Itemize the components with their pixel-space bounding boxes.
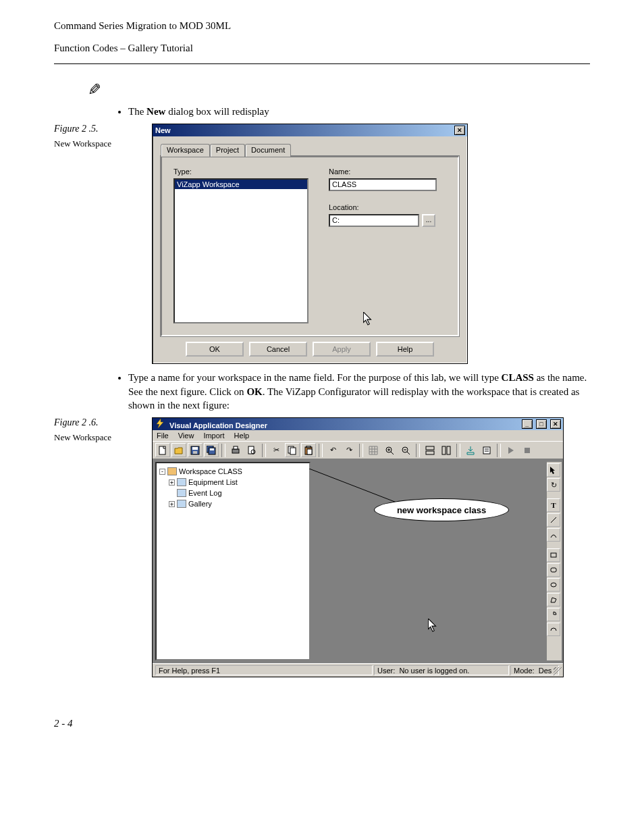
canvas-area[interactable]: new workspace class <box>313 462 544 660</box>
bullet-item: The New dialog box will redisplay <box>128 105 590 118</box>
run-icon[interactable] <box>504 443 518 457</box>
zoom-out-icon[interactable] <box>398 443 413 457</box>
svg-rect-16 <box>307 449 312 454</box>
location-field[interactable]: C: <box>329 214 419 227</box>
tab-project[interactable]: Project <box>210 144 245 157</box>
workspace-icon <box>167 467 177 475</box>
tree-node[interactable]: + Equipment List <box>159 477 306 488</box>
type-label: Type: <box>173 167 308 176</box>
redo-icon[interactable]: ↷ <box>342 443 356 457</box>
doc-icon <box>177 489 186 497</box>
expand-icon[interactable]: + <box>169 501 175 507</box>
browse-button[interactable]: ... <box>422 214 435 227</box>
text-tool-icon[interactable]: T <box>547 498 560 512</box>
app-icon <box>155 419 165 428</box>
menu-bar: File View Import Help <box>153 430 563 441</box>
menu-view[interactable]: View <box>178 432 194 440</box>
svg-rect-3 <box>192 447 198 450</box>
tree-node[interactable]: + Gallery <box>159 498 306 509</box>
svg-rect-1 <box>159 446 165 454</box>
apply-button: Apply <box>313 342 371 357</box>
tab-document[interactable]: Document <box>245 144 291 157</box>
svg-marker-0 <box>157 419 163 428</box>
ok-button[interactable]: OK <box>186 342 244 357</box>
tile-vertical-icon[interactable] <box>439 443 454 457</box>
tree-label: Equipment List <box>188 478 238 486</box>
tree-root[interactable]: - Workspace CLASS <box>159 466 306 477</box>
pencil-icon: ✎ <box>88 80 101 99</box>
name-label: Name: <box>329 167 446 176</box>
ellipse-tool-icon[interactable] <box>547 578 560 592</box>
figure-caption: New Workspace <box>54 432 152 443</box>
help-button[interactable]: Help <box>376 342 434 357</box>
menu-file[interactable]: File <box>157 432 169 440</box>
figure-number: Figure 2 .5. <box>54 124 152 134</box>
tile-horizontal-icon[interactable] <box>423 443 437 457</box>
doc-header-subtitle: Function Codes – Gallery Tutorial <box>54 43 590 54</box>
polygon-tool-icon[interactable] <box>547 593 560 606</box>
svg-line-18 <box>391 452 394 454</box>
tree-label: Gallery <box>188 500 212 508</box>
print-icon[interactable] <box>228 443 243 457</box>
paste-icon[interactable] <box>301 443 316 457</box>
chord-tool-icon[interactable] <box>547 623 560 636</box>
expand-icon[interactable]: + <box>169 479 175 486</box>
doc-header-title: Command Series Migration to MOD 30ML <box>54 20 590 32</box>
save-icon[interactable] <box>188 443 203 457</box>
stop-icon[interactable] <box>520 443 535 457</box>
svg-line-22 <box>407 452 410 454</box>
status-mode: Mode: Des <box>510 665 559 675</box>
minimize-icon[interactable]: _ <box>522 419 533 429</box>
cut-icon[interactable]: ✂ <box>269 443 284 457</box>
pointer-tool-icon[interactable] <box>547 463 560 477</box>
type-list-item[interactable]: ViZapp Workspace <box>175 180 307 189</box>
toolbar: ✂ ↶ ↷ <box>153 441 563 459</box>
save-all-icon[interactable] <box>204 443 219 457</box>
name-field[interactable]: CLASS <box>329 178 437 191</box>
tree-node[interactable]: Event Log <box>159 488 306 498</box>
svg-rect-34 <box>551 553 556 557</box>
menu-import[interactable]: Import <box>203 432 224 440</box>
close-icon[interactable]: ✕ <box>550 419 561 429</box>
doc-icon <box>177 500 186 508</box>
resize-grip-icon[interactable] <box>554 667 562 675</box>
vad-title: Visual Application Designer <box>169 421 267 429</box>
new-icon[interactable] <box>155 443 170 457</box>
callout-bubble: new workspace class <box>374 498 509 521</box>
svg-rect-9 <box>234 446 238 449</box>
open-icon[interactable] <box>171 443 186 457</box>
close-icon[interactable]: ✕ <box>454 126 465 135</box>
cancel-button[interactable]: Cancel <box>249 342 307 357</box>
svg-rect-15 <box>306 446 311 448</box>
line-tool-icon[interactable] <box>547 513 560 527</box>
download-icon[interactable] <box>463 443 478 457</box>
tree-pane[interactable]: - Workspace CLASS + Equipment List Event… <box>155 462 311 660</box>
type-listbox[interactable]: ViZapp Workspace <box>173 178 308 323</box>
page-number: 2 - 4 <box>54 718 590 729</box>
zoom-in-icon[interactable] <box>382 443 397 457</box>
bullet-item: Type a name for your workspace in the na… <box>128 371 590 412</box>
grid-icon[interactable] <box>366 443 381 457</box>
vad-titlebar: Visual Application Designer _ □ ✕ <box>153 418 563 430</box>
vad-window: Visual Application Designer _ □ ✕ File V… <box>152 417 564 677</box>
rectangle-tool-icon[interactable] <box>547 548 560 562</box>
bullet-list-1: The New dialog box will redisplay <box>128 105 590 118</box>
rounded-rect-tool-icon[interactable] <box>547 563 560 577</box>
arc-tool-icon[interactable] <box>547 528 560 542</box>
svg-rect-31 <box>525 448 530 453</box>
properties-icon[interactable] <box>479 443 494 457</box>
svg-rect-8 <box>232 449 239 453</box>
svg-rect-13 <box>290 448 296 454</box>
svg-rect-24 <box>426 446 434 450</box>
new-dialog: New ✕ Workspace Project Document Type: V… <box>152 124 468 364</box>
dialog-titlebar: New ✕ <box>153 124 467 136</box>
collapse-icon[interactable]: - <box>159 469 165 475</box>
copy-icon[interactable] <box>285 443 300 457</box>
menu-help[interactable]: Help <box>234 432 250 440</box>
maximize-icon[interactable]: □ <box>536 419 547 429</box>
undo-icon[interactable]: ↶ <box>325 443 340 457</box>
tab-workspace[interactable]: Workspace <box>161 144 210 157</box>
print-preview-icon[interactable] <box>244 443 259 457</box>
pie-tool-icon[interactable] <box>547 608 560 621</box>
rotate-tool-icon[interactable]: ↻ <box>547 478 560 492</box>
